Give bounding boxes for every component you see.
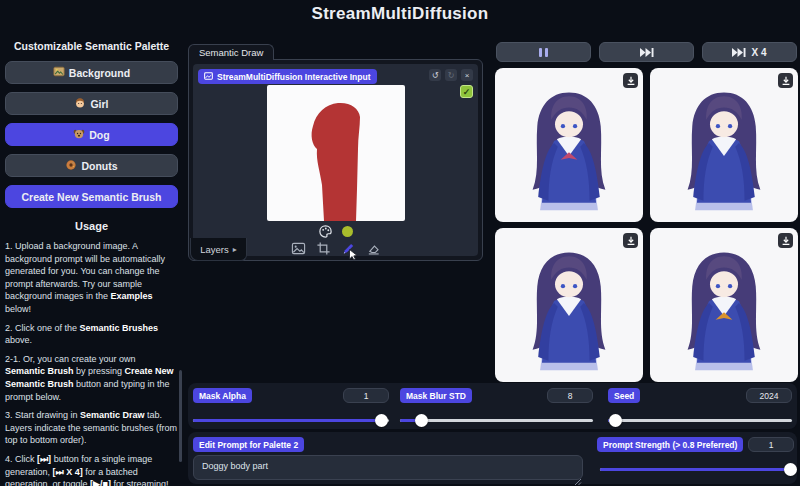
brush-button-background[interactable]: Background: [5, 61, 178, 84]
mask-alpha-control: Mask Alpha: [193, 388, 389, 424]
crop-icon[interactable]: [316, 241, 331, 256]
generated-image-2[interactable]: [650, 68, 798, 222]
generated-image-4[interactable]: [650, 228, 798, 382]
layers-label: Layers: [200, 244, 229, 255]
image-upload-icon[interactable]: [291, 241, 306, 256]
stream-toggle-button[interactable]: [496, 42, 591, 62]
image-badge-icon: [204, 72, 213, 82]
usage-paragraph: 2-1. Or, you can create your own Semanti…: [5, 353, 178, 403]
seed-slider[interactable]: [608, 414, 792, 427]
prompt-strength-value[interactable]: [748, 437, 794, 452]
download-icon[interactable]: [778, 233, 793, 248]
brush-button-dog[interactable]: Dog: [5, 123, 178, 146]
donut-icon: [65, 159, 77, 173]
generated-image-3[interactable]: [495, 228, 643, 382]
skip-icon: [732, 48, 746, 57]
batch-label: X 4: [751, 47, 766, 58]
brush-tool-icon[interactable]: [341, 241, 356, 256]
mask-blur-slider[interactable]: [400, 414, 593, 427]
mask-alpha-label: Mask Alpha: [193, 388, 252, 403]
pause-icon: [539, 48, 548, 57]
slider-thumb[interactable]: [609, 414, 622, 427]
create-new-semantic-brush-button[interactable]: Create New Semantic Brush: [5, 185, 178, 208]
girl-icon: [74, 97, 86, 111]
mask-blur-control: Mask Blur STD: [400, 388, 593, 424]
brush-button-label: Background: [69, 67, 130, 79]
semantic-draw-panel: StreamMultiDiffusion Interactive Input ↺…: [188, 59, 483, 261]
editor-window-buttons: ↺ ↻ ×: [429, 69, 473, 81]
mask-blur-label: Mask Blur STD: [400, 388, 472, 403]
skip-icon: [640, 48, 654, 57]
generation-button-bar: X 4: [496, 42, 797, 62]
download-icon[interactable]: [623, 73, 638, 88]
sidebar-scrollbar[interactable]: [179, 370, 182, 462]
layers-accordion[interactable]: Layers ▸: [190, 238, 247, 261]
mask-alpha-slider[interactable]: [193, 414, 389, 427]
brush-color-swatch[interactable]: [342, 226, 353, 237]
confirm-checkbox[interactable]: ✓: [460, 85, 473, 98]
eraser-icon[interactable]: [366, 241, 381, 256]
download-icon[interactable]: [778, 73, 793, 88]
tab-label: Semantic Draw: [199, 47, 263, 58]
input-label-badge: StreamMultiDiffusion Interactive Input: [198, 69, 377, 84]
usage-paragraph: 1. Upload a background image. A backgrou…: [5, 240, 178, 316]
brush-button-label: Girl: [90, 98, 108, 110]
create-button-label: Create New Semantic Brush: [21, 191, 161, 203]
dog-icon: [73, 128, 85, 142]
input-badge-label: StreamMultiDiffusion Interactive Input: [217, 72, 371, 82]
prompt-strength-label: Prompt Strength (> 0.8 Preferred): [597, 437, 743, 452]
seed-value[interactable]: [746, 388, 792, 403]
batch-generation-button[interactable]: X 4: [702, 42, 797, 62]
cursor-icon: [349, 247, 358, 265]
prompt-textarea[interactable]: Doggy body part: [193, 455, 583, 480]
brush-button-label: Dog: [89, 129, 109, 141]
usage-paragraph: 3. Start drawing in Semantic Draw tab. L…: [5, 409, 178, 447]
prompt-strength-slider[interactable]: [600, 463, 793, 476]
slider-thumb[interactable]: [375, 414, 388, 427]
mask-alpha-value[interactable]: [343, 388, 389, 403]
slider-thumb[interactable]: [415, 414, 428, 427]
palette-heading: Customizable Semantic Palette: [5, 40, 178, 52]
page-title: StreamMultiDiffusion: [0, 4, 800, 24]
single-generation-button[interactable]: [599, 42, 694, 62]
palette-icon[interactable]: [318, 224, 333, 239]
prompt-strength-control: Prompt Strength (> 0.8 Preferred): [597, 432, 797, 484]
usage-paragraphs: 1. Upload a background image. A backgrou…: [5, 240, 178, 486]
usage-paragraph: 2. Click one of the Semantic Brushes abo…: [5, 322, 178, 347]
anime-girl-illustration: [654, 237, 794, 382]
anime-girl-illustration: [654, 77, 794, 222]
usage-heading: Usage: [5, 220, 178, 232]
prompt-panel: Edit Prompt for Palette 2 Doggy body par…: [188, 432, 797, 484]
anime-girl-illustration: [499, 237, 639, 382]
slider-thumb[interactable]: [784, 463, 797, 476]
mask-controls-panel: Mask Alpha Mask Blur STD Seed: [188, 383, 797, 429]
generated-image-1[interactable]: [495, 68, 643, 222]
edit-prompt-label: Edit Prompt for Palette 2: [193, 437, 304, 452]
undo-icon[interactable]: ↺: [429, 69, 441, 81]
anime-girl-illustration: [499, 77, 639, 222]
semantic-palette-sidebar: Customizable Semantic Palette Background…: [5, 40, 178, 486]
brush-button-donuts[interactable]: Donuts: [5, 154, 178, 177]
color-picker-row: [193, 224, 478, 239]
brush-button-girl[interactable]: Girl: [5, 92, 178, 115]
seed-label: Seed: [608, 388, 640, 403]
close-icon[interactable]: ×: [461, 69, 473, 81]
download-icon[interactable]: [623, 233, 638, 248]
mask-stroke-red: [267, 85, 405, 221]
usage-paragraph: 4. Click [⏭] button for a single image g…: [5, 453, 178, 486]
tab-semantic-draw[interactable]: Semantic Draw: [188, 44, 274, 60]
picture-icon: [53, 66, 65, 79]
redo-icon[interactable]: ↻: [445, 69, 457, 81]
chevron-right-icon: ▸: [233, 245, 237, 254]
drawing-canvas[interactable]: [267, 85, 405, 221]
brush-button-label: Donuts: [81, 160, 117, 172]
seed-control: Seed: [608, 388, 792, 424]
interactive-input-editor: StreamMultiDiffusion Interactive Input ↺…: [193, 64, 478, 256]
mask-blur-value[interactable]: [547, 388, 593, 403]
